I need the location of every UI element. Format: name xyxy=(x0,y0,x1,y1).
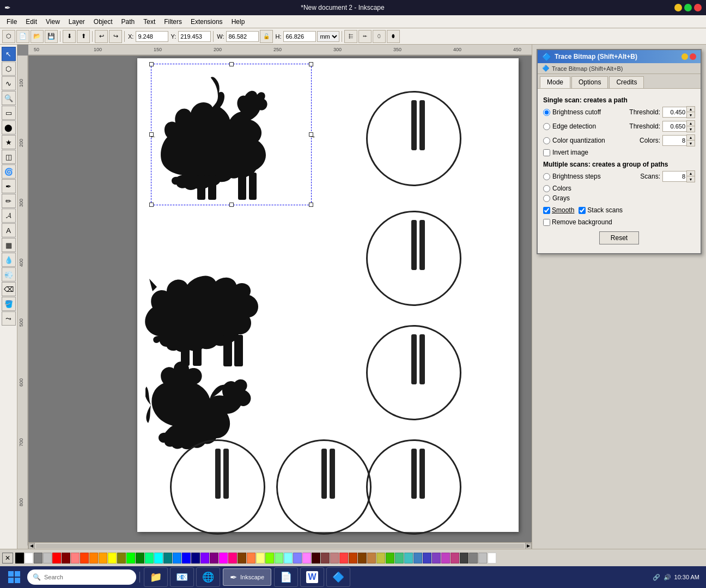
toolbar-redo-btn[interactable]: ↪ xyxy=(109,30,122,43)
tool-pen[interactable]: ✒ xyxy=(2,179,16,193)
palette-swatch[interactable] xyxy=(451,553,459,564)
palette-swatch[interactable] xyxy=(154,553,163,564)
lock-icon[interactable]: 🔓 xyxy=(260,30,273,43)
handle-tr[interactable] xyxy=(309,62,313,66)
palette-swatch[interactable] xyxy=(404,553,413,564)
menu-extensions[interactable]: Extensions xyxy=(186,17,227,27)
h-input[interactable] xyxy=(283,31,316,42)
toolbar-save-btn[interactable]: 💾 xyxy=(45,30,58,43)
scans-up[interactable]: ▲ xyxy=(687,171,695,176)
menu-text[interactable]: Text xyxy=(139,17,160,27)
handle-bl[interactable] xyxy=(149,203,154,207)
menu-help[interactable]: Help xyxy=(227,17,249,27)
palette-swatch[interactable] xyxy=(52,553,61,564)
tool-spiral[interactable]: 🌀 xyxy=(2,164,16,179)
palette-swatch[interactable] xyxy=(330,553,339,564)
trace-minimize[interactable] xyxy=(681,53,688,60)
toolbar-align2[interactable]: ⬰ xyxy=(358,30,372,43)
scans-down[interactable]: ▼ xyxy=(687,176,695,182)
palette-swatch[interactable] xyxy=(145,553,154,564)
tab-mode[interactable]: Mode xyxy=(540,76,570,88)
palette-swatch[interactable] xyxy=(247,553,255,564)
tool-calligraphy[interactable]: 𝓐 xyxy=(2,209,16,223)
taskbar-app[interactable]: 🔷 xyxy=(326,567,350,587)
handle-tl[interactable] xyxy=(149,62,154,66)
palette-swatch[interactable] xyxy=(126,553,135,564)
palette-swatch[interactable] xyxy=(339,553,348,564)
toolbar-select-btn[interactable]: ⬡ xyxy=(2,30,15,43)
palette-swatch[interactable] xyxy=(238,553,246,564)
palette-swatch[interactable] xyxy=(275,553,283,564)
tool-rect[interactable]: ▭ xyxy=(2,106,16,120)
search-bar[interactable]: 🔍 Search xyxy=(27,569,136,585)
palette-swatch[interactable] xyxy=(80,553,89,564)
toolbar-import-btn[interactable]: ⬇ xyxy=(63,30,76,43)
tool-dropper[interactable]: 💧 xyxy=(2,253,16,267)
tab-options[interactable]: Options xyxy=(571,76,608,88)
palette-swatch[interactable] xyxy=(210,553,218,564)
toolbar-align1[interactable]: ⬱ xyxy=(344,30,357,43)
palette-swatch[interactable] xyxy=(136,553,144,564)
tool-eraser[interactable]: ⌫ xyxy=(2,282,16,296)
palette-swatch[interactable] xyxy=(469,553,478,564)
toolbar-export-btn[interactable]: ⬆ xyxy=(77,30,90,43)
brightness-threshold-up[interactable]: ▲ xyxy=(687,107,695,112)
trace-dialog-titlebar[interactable]: 🔷 Trace Bitmap (Shift+Alt+B) xyxy=(538,50,701,63)
brightness-threshold-down[interactable]: ▼ xyxy=(687,112,695,118)
palette-swatch[interactable] xyxy=(163,553,172,564)
menu-edit[interactable]: Edit xyxy=(21,17,41,27)
tool-connector[interactable]: ⤳ xyxy=(2,311,16,326)
palette-swatch[interactable] xyxy=(108,553,117,564)
canvas-content[interactable]: ← → xyxy=(28,56,532,549)
edge-threshold-input[interactable] xyxy=(662,121,686,132)
palette-swatch[interactable] xyxy=(358,553,367,564)
palette-swatch[interactable] xyxy=(191,553,200,564)
tool-select[interactable]: ↖ xyxy=(2,47,16,61)
taskbar-edge[interactable]: 🌐 xyxy=(196,567,220,587)
palette-swatch[interactable] xyxy=(478,553,487,564)
start-button[interactable] xyxy=(2,567,26,587)
toolbar-open-btn[interactable]: 📂 xyxy=(31,30,44,43)
menu-view[interactable]: View xyxy=(41,17,64,27)
palette-swatch[interactable] xyxy=(182,553,191,564)
palette-swatch[interactable] xyxy=(99,553,107,564)
palette-swatch[interactable] xyxy=(256,553,265,564)
no-color-btn[interactable]: ✕ xyxy=(2,553,13,564)
edge-threshold-up[interactable]: ▲ xyxy=(687,121,695,126)
invert-image-checkbox[interactable] xyxy=(543,149,550,156)
edge-detection-radio[interactable] xyxy=(543,123,550,130)
menu-file[interactable]: File xyxy=(2,17,21,27)
tool-paint-bucket[interactable]: 🪣 xyxy=(2,297,16,311)
palette-swatch[interactable] xyxy=(312,553,320,564)
toolbar-align3[interactable]: ⬯ xyxy=(373,30,386,43)
menu-layer[interactable]: Layer xyxy=(64,17,89,27)
palette-swatch[interactable] xyxy=(395,553,404,564)
taskbar-acrobat[interactable]: 📄 xyxy=(274,567,298,587)
handle-tc[interactable] xyxy=(229,62,234,66)
palette-swatch[interactable] xyxy=(423,553,431,564)
palette-swatch[interactable] xyxy=(441,553,450,564)
palette-swatch[interactable] xyxy=(367,553,376,564)
scans-input[interactable] xyxy=(662,171,686,182)
close-button[interactable] xyxy=(694,4,702,11)
edge-threshold-down[interactable]: ▼ xyxy=(687,126,695,132)
toolbar-align4[interactable]: ⬮ xyxy=(387,30,400,43)
handle-ml[interactable]: ← xyxy=(149,132,154,137)
tool-tweak[interactable]: ∿ xyxy=(2,76,16,90)
tool-circle[interactable]: ⬤ xyxy=(2,120,16,134)
palette-swatch[interactable] xyxy=(43,553,52,564)
palette-swatch[interactable] xyxy=(117,553,126,564)
network-icon[interactable]: 🔗 xyxy=(653,574,660,581)
palette-swatch[interactable] xyxy=(62,553,70,564)
tool-pencil[interactable]: ✏ xyxy=(2,194,16,208)
w-input[interactable] xyxy=(226,31,259,42)
scroll-left-btn[interactable]: ◀ xyxy=(28,543,35,549)
handle-bc[interactable] xyxy=(229,203,234,207)
colors-multi-radio[interactable] xyxy=(543,185,550,192)
brightness-threshold-input[interactable] xyxy=(662,107,686,118)
tool-node[interactable]: ⬡ xyxy=(2,62,16,76)
palette-swatch[interactable] xyxy=(265,553,274,564)
taskbar-inkscape[interactable]: ✒ Inkscape xyxy=(223,568,271,586)
tool-gradient[interactable]: ▦ xyxy=(2,238,16,252)
unit-select[interactable]: mmpxin xyxy=(317,31,339,42)
